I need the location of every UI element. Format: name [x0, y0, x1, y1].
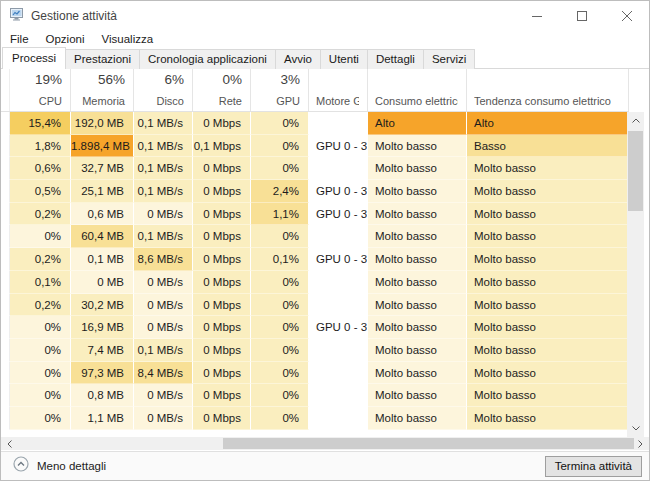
column-header-rete[interactable]: 0%Rete	[193, 69, 251, 111]
cell-motore[interactable]	[309, 339, 368, 362]
cell-consumo[interactable]: Molto basso	[368, 271, 467, 294]
cell-motore[interactable]	[309, 271, 368, 294]
scroll-left-arrow-icon[interactable]	[1, 437, 18, 450]
cell-memoria[interactable]: 1,1 MB	[71, 407, 134, 430]
cell-tendenza[interactable]: Molto basso	[467, 362, 629, 385]
vertical-scrollbar[interactable]	[627, 112, 644, 437]
table-row[interactable]: 0,2%0,6 MB0 MB/s0 Mbps1,1%GPU 0 - 3DMolt…	[1, 203, 629, 226]
cell-cpu[interactable]: 0,6%	[10, 157, 71, 180]
cell-tendenza[interactable]: Molto basso	[467, 271, 629, 294]
table-row[interactable]: 15,4%192,0 MB0,1 MB/s0 Mbps0%AltoAlto	[1, 112, 629, 135]
cell-memoria[interactable]: 0 MB	[71, 271, 134, 294]
cell-cpu[interactable]: 0,2%	[10, 294, 71, 317]
table-row[interactable]: 0%60,4 MB0,1 MB/s0 Mbps0%Molto bassoMolt…	[1, 225, 629, 248]
cell-motore[interactable]	[309, 362, 368, 385]
cell-gpu[interactable]: 0%	[251, 135, 309, 158]
cell-consumo[interactable]: Molto basso	[368, 157, 467, 180]
cell-disco[interactable]: 0 MB/s	[134, 316, 193, 339]
cell-motore[interactable]	[309, 157, 368, 180]
cell-tendenza[interactable]: Molto basso	[467, 384, 629, 407]
cell-gpu[interactable]: 0%	[251, 407, 309, 430]
column-header-tendenza[interactable]: Tendenza consumo elettrico	[467, 69, 629, 111]
less-details-toggle[interactable]: Meno dettagli	[13, 456, 106, 476]
cell-cpu[interactable]: 1,8%	[10, 135, 71, 158]
cell-rete[interactable]: 0 Mbps	[193, 225, 251, 248]
cell-motore[interactable]	[309, 294, 368, 317]
column-header-motore[interactable]: Motore G...	[309, 69, 368, 111]
cell-disco[interactable]: 0,1 MB/s	[134, 180, 193, 203]
close-button[interactable]	[604, 1, 649, 31]
cell-rete[interactable]: 0 Mbps	[193, 384, 251, 407]
cell-rete[interactable]: 0 Mbps	[193, 362, 251, 385]
cell-motore[interactable]: GPU 0 - 3D	[309, 316, 368, 339]
cell-cpu[interactable]: 0,2%	[10, 203, 71, 226]
tab-processi[interactable]: Processi	[2, 47, 66, 69]
table-row[interactable]: 0,2%30,2 MB0 MB/s0 Mbps0%Molto bassoMolt…	[1, 294, 629, 317]
table-row[interactable]: 0,5%25,1 MB0,1 MB/s0 Mbps2,4%GPU 0 - 3DM…	[1, 180, 629, 203]
cell-gpu[interactable]: 0%	[251, 225, 309, 248]
cell-memoria[interactable]: 16,9 MB	[71, 316, 134, 339]
cell-tendenza[interactable]: Molto basso	[467, 157, 629, 180]
cell-tendenza[interactable]: Alto	[467, 112, 629, 135]
cell-memoria[interactable]: 30,2 MB	[71, 294, 134, 317]
cell-cpu[interactable]: 15,4%	[10, 112, 71, 135]
table-row[interactable]: 0%7,4 MB0,1 MB/s0 Mbps0%Molto bassoMolto…	[1, 339, 629, 362]
cell-motore[interactable]: GPU 0 - 3D	[309, 135, 368, 158]
cell-tendenza[interactable]: Molto basso	[467, 339, 629, 362]
cell-consumo[interactable]: Molto basso	[368, 316, 467, 339]
tab-servizi[interactable]: Servizi	[423, 49, 476, 69]
menu-item-visualizza[interactable]: Visualizza	[102, 33, 154, 45]
cell-cpu[interactable]: 0%	[10, 339, 71, 362]
table-row[interactable]: 1,8%1.898,4 MB0,1 MB/s0,1 Mbps0%GPU 0 - …	[1, 135, 629, 158]
table-row[interactable]: 0,1%0 MB0 MB/s0 Mbps0%Molto bassoMolto b…	[1, 271, 629, 294]
column-header-cpu[interactable]: 19%CPU	[10, 69, 71, 111]
table-row[interactable]: 0,2%0,1 MB8,6 MB/s0 Mbps0,1%GPU 0 - 3DMo…	[1, 248, 629, 271]
cell-cpu[interactable]: 0,2%	[10, 248, 71, 271]
cell-tendenza[interactable]: Molto basso	[467, 407, 629, 430]
cell-memoria[interactable]: 192,0 MB	[71, 112, 134, 135]
cell-gpu[interactable]: 0%	[251, 384, 309, 407]
cell-disco[interactable]: 8,4 MB/s	[134, 362, 193, 385]
cell-disco[interactable]: 8,6 MB/s	[134, 248, 193, 271]
cell-rete[interactable]: 0,1 Mbps	[193, 135, 251, 158]
cell-rete[interactable]: 0 Mbps	[193, 157, 251, 180]
cell-consumo[interactable]: Molto basso	[368, 339, 467, 362]
column-header-consumo[interactable]: Consumo elettrico	[368, 69, 467, 111]
scroll-down-arrow-icon[interactable]	[627, 420, 644, 437]
tab-dettagli[interactable]: Dettagli	[367, 49, 424, 69]
cell-consumo[interactable]: Molto basso	[368, 225, 467, 248]
cell-disco[interactable]: 0 MB/s	[134, 384, 193, 407]
cell-rete[interactable]: 0 Mbps	[193, 112, 251, 135]
cell-consumo[interactable]: Molto basso	[368, 248, 467, 271]
cell-memoria[interactable]: 25,1 MB	[71, 180, 134, 203]
cell-memoria[interactable]: 97,3 MB	[71, 362, 134, 385]
column-header-memoria[interactable]: 56%Memoria	[71, 69, 134, 111]
cell-tendenza[interactable]: Molto basso	[467, 316, 629, 339]
scroll-up-arrow-icon[interactable]	[627, 112, 644, 129]
cell-gpu[interactable]: 0,1%	[251, 248, 309, 271]
cell-tendenza[interactable]: Molto basso	[467, 180, 629, 203]
cell-rete[interactable]: 0 Mbps	[193, 203, 251, 226]
cell-consumo[interactable]: Molto basso	[368, 203, 467, 226]
scroll-right-arrow-icon[interactable]	[632, 437, 649, 450]
cell-gpu[interactable]: 2,4%	[251, 180, 309, 203]
table-row[interactable]: 0%0,8 MB0 MB/s0 Mbps0%Molto bassoMolto b…	[1, 384, 629, 407]
cell-tendenza[interactable]: Molto basso	[467, 248, 629, 271]
cell-motore[interactable]: GPU 0 - 3D	[309, 203, 368, 226]
maximize-button[interactable]	[559, 1, 604, 31]
cell-consumo[interactable]: Molto basso	[368, 407, 467, 430]
column-header-gpu[interactable]: 3%GPU	[251, 69, 309, 111]
cell-disco[interactable]: 0,1 MB/s	[134, 157, 193, 180]
cell-cpu[interactable]: 0%	[10, 225, 71, 248]
cell-memoria[interactable]: 7,4 MB	[71, 339, 134, 362]
cell-gpu[interactable]: 0%	[251, 339, 309, 362]
cell-motore[interactable]: GPU 0 - 3D	[309, 248, 368, 271]
tab-avvio[interactable]: Avvio	[275, 49, 321, 69]
tab-prestazioni[interactable]: Prestazioni	[65, 49, 140, 69]
horizontal-scrollbar[interactable]	[1, 437, 649, 450]
cell-gpu[interactable]: 0%	[251, 157, 309, 180]
end-task-button[interactable]: Termina attività	[545, 456, 642, 477]
column-header-disco[interactable]: 6%Disco	[134, 69, 193, 111]
cell-rete[interactable]: 0 Mbps	[193, 248, 251, 271]
cell-disco[interactable]: 0 MB/s	[134, 294, 193, 317]
